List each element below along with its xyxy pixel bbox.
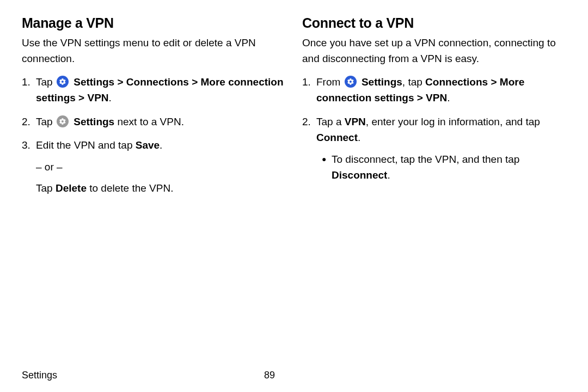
step-number: 2. — [22, 114, 36, 130]
manage-step-2: 2. Tap Settings next to a VPN. — [22, 114, 286, 130]
heading-manage-vpn: Manage a VPN — [22, 15, 286, 31]
text: Tap — [36, 182, 56, 194]
step-number: 2. — [302, 114, 316, 130]
left-column: Manage a VPN Use the VPN settings menu t… — [22, 15, 286, 364]
text: . — [109, 92, 112, 103]
footer-page-number: 89 — [264, 370, 275, 381]
settings-app-icon — [57, 76, 69, 88]
right-column: Connect to a VPN Once you have set up a … — [302, 15, 566, 364]
connect-step-2: 2. Tap a VPN, enter your log in informat… — [302, 114, 566, 183]
text-bold: Disconnect — [332, 169, 387, 181]
text: . — [447, 92, 450, 103]
text-bold: Settings — [362, 76, 402, 88]
or-divider: – or – — [36, 159, 286, 175]
intro-manage: Use the VPN settings menu to edit or del… — [22, 35, 286, 66]
manage-step-3: 3. Edit the VPN and tap Save. – or – Tap… — [22, 137, 286, 196]
text-bold: Delete — [56, 182, 87, 194]
text: . — [358, 132, 360, 143]
intro-connect: Once you have set up a VPN connection, c… — [302, 35, 566, 66]
text: , tap — [402, 76, 425, 88]
text: To disconnect, tap the VPN, and then tap — [332, 154, 519, 165]
text: to delete the VPN. — [87, 182, 174, 194]
connect-step-1: 1. From Settings, tap Connections > More… — [302, 74, 566, 106]
two-column-layout: Manage a VPN Use the VPN settings menu t… — [22, 15, 566, 364]
text: Tap — [36, 76, 56, 88]
text: next to a VPN. — [114, 116, 184, 127]
step-number: 1. — [22, 74, 36, 90]
step-number: 1. — [302, 74, 316, 90]
text-bold: VPN — [345, 116, 366, 127]
step-body: Tap Settings next to a VPN. — [36, 114, 286, 130]
text: Tap — [36, 116, 56, 127]
settings-app-icon — [345, 76, 357, 88]
step-body: From Settings, tap Connections > More co… — [316, 74, 566, 106]
breadcrumb-path: Settings > Connections > More connection… — [36, 76, 284, 103]
text: From — [316, 76, 344, 88]
document-page: Manage a VPN Use the VPN settings menu t… — [0, 0, 588, 392]
text: , enter your log in information, and tap — [366, 116, 540, 127]
step-body: Tap a VPN, enter your log in information… — [316, 114, 566, 183]
step-body: Tap Settings > Connections > More connec… — [36, 74, 286, 106]
text: . — [160, 139, 162, 151]
manage-steps: 1. Tap Settings > Connections > More con… — [22, 74, 286, 197]
sub-body: To disconnect, tap the VPN, and then tap… — [332, 151, 566, 183]
step-number: 3. — [22, 137, 36, 153]
sub-bullet: ● To disconnect, tap the VPN, and then t… — [316, 151, 566, 183]
text-bold: Connect — [316, 132, 358, 143]
gear-icon — [57, 115, 69, 127]
footer-section: Settings — [22, 370, 57, 381]
text-bold: Save — [136, 139, 160, 151]
connect-steps: 1. From Settings, tap Connections > More… — [302, 74, 566, 183]
text: Edit the VPN and tap — [36, 139, 136, 151]
page-footer: Settings 89 — [22, 364, 566, 381]
text-bold: Settings — [74, 116, 114, 127]
bullet-icon: ● — [322, 151, 332, 167]
text: . — [387, 169, 390, 181]
text: Tap a — [316, 116, 345, 127]
heading-connect-vpn: Connect to a VPN — [302, 15, 566, 31]
step-body: Edit the VPN and tap Save. – or – Tap De… — [36, 137, 286, 196]
manage-step-1: 1. Tap Settings > Connections > More con… — [22, 74, 286, 106]
